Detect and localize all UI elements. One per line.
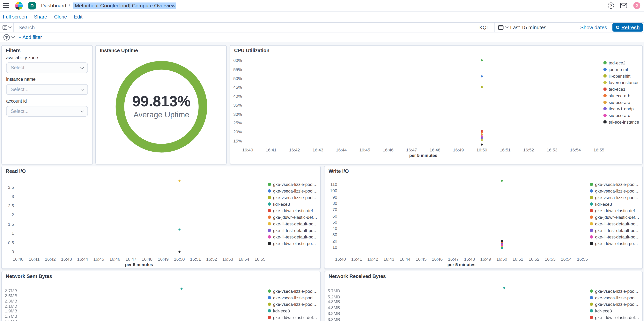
x-tick-label: 16:40: [13, 256, 23, 262]
legend-item[interactable]: gke-vseca-lizzie-pool-1-630…: [590, 301, 640, 308]
legend-item[interactable]: gke-vseca-lizzie-pool-1-630…: [590, 194, 640, 201]
legend-item[interactable]: gke-jddwr-elastic-pool-3-74…: [268, 240, 318, 247]
legend-item[interactable]: gke-lil-test-default-pool-c1e…: [590, 227, 640, 234]
legend-item[interactable]: gke-lil-test-default-pool-c1e…: [268, 227, 318, 234]
field-label: account id: [6, 98, 88, 103]
panel-title[interactable]: Instance Uptime: [100, 48, 138, 54]
y-tick-label: 3.3MB: [328, 317, 340, 321]
availability-zone-select[interactable]: Select...: [6, 62, 88, 73]
legend-item[interactable]: tlee-w1-endpoint: [603, 106, 640, 112]
y-tick-label: 70: [332, 207, 337, 212]
legend-item[interactable]: siu-ece-a-c: [603, 112, 640, 119]
select-placeholder: Select...: [11, 87, 28, 92]
legend-item[interactable]: siu-ece-a-a: [603, 99, 640, 106]
panel-network-sent-bytes: Network Sent Bytes 1.5MB1.7MB1.9MB2.1MB2…: [1, 271, 321, 321]
mail-icon[interactable]: [620, 3, 627, 8]
legend-swatch-icon: [590, 309, 593, 312]
refresh-button[interactable]: ↻ Refresh: [612, 23, 643, 32]
legend-item[interactable]: kdr-ece3: [590, 308, 640, 314]
legend-item[interactable]: gke-vseca-lizzie-pool-1-c417…: [590, 188, 640, 194]
account-id-select[interactable]: Select...: [6, 106, 88, 116]
legend-item[interactable]: ted-ece2: [603, 60, 640, 66]
legend-item[interactable]: gke-lil-test-default-pool-c1e…: [590, 220, 640, 227]
legend-item[interactable]: gke-vseca-lizzie-pool-1-1877…: [268, 288, 318, 294]
breadcrumb: Dashboard / [Metricbeat Googlecloud] Com…: [41, 2, 176, 9]
y-tick-label: 3: [12, 194, 14, 199]
legend-item[interactable]: gke-jddwr-elastic-default-po…: [268, 314, 318, 320]
legend-swatch-icon: [268, 242, 271, 245]
legend-item[interactable]: gke-lil-test-default-pool-c1e…: [590, 234, 640, 240]
legend-item[interactable]: gke-lil-test-default-pool-c1e…: [268, 220, 318, 227]
breadcrumb-dashboard-link[interactable]: Dashboard: [41, 3, 66, 8]
data-point: [501, 180, 503, 182]
legend-item[interactable]: gke-vseca-lizzie-pool-1-1877…: [590, 288, 640, 294]
share-link[interactable]: Share: [34, 14, 47, 20]
y-tick-label: 1.5: [8, 222, 14, 226]
panel-title[interactable]: Filters: [6, 48, 21, 54]
clone-link[interactable]: Clone: [54, 14, 67, 20]
x-axis-title: per 5 minutes: [340, 262, 582, 267]
x-tick-label: 16:53: [547, 147, 557, 152]
legend-item[interactable]: sri-ece-instance: [603, 119, 640, 125]
add-filter-button[interactable]: + Add filter: [18, 34, 42, 40]
space-badge[interactable]: D: [28, 2, 36, 9]
time-range-value[interactable]: Last 15 minutes: [510, 24, 546, 30]
legend-item[interactable]: gke-vseca-lizzie-pool-1-1877…: [268, 181, 318, 188]
show-dates-link[interactable]: Show dates: [580, 24, 607, 30]
uptime-label: Average Uptime: [134, 110, 190, 119]
legend-swatch-icon: [590, 242, 593, 245]
legend-label: gke-jddwr-elastic-default-po…: [273, 208, 318, 213]
legend-item[interactable]: gke-vseca-lizzie-pool-1-630…: [268, 194, 318, 201]
legend-item[interactable]: ted-ece1: [603, 86, 640, 92]
chevron-down-icon[interactable]: [12, 35, 15, 38]
legend-label: tlee-w1-endpoint: [609, 106, 640, 111]
legend-item[interactable]: gke-vseca-lizzie-pool-1-630…: [268, 301, 318, 308]
network-sent-chart: 1.5MB1.7MB1.9MB2.1MB2.3MB2.5MB2.7MB 16:4…: [2, 271, 320, 321]
legend-item[interactable]: gke-jddwr-elastic-default-po…: [590, 214, 640, 220]
y-tick-label: 2: [12, 212, 14, 217]
legend-item[interactable]: gke-vseca-lizzie-pool-1-c417…: [268, 188, 318, 194]
plot-area: [344, 291, 584, 320]
date-picker[interactable]: Last 15 minutes Show dates: [494, 22, 611, 32]
legend-swatch-icon: [268, 202, 271, 206]
help-icon[interactable]: [608, 2, 614, 9]
legend-label: ted-ece2: [609, 60, 626, 65]
legend-item[interactable]: gke-jddwr-elastic-pool-3-74…: [590, 240, 640, 247]
legend-label: kdr-ece3: [595, 308, 612, 313]
edit-link[interactable]: Edit: [74, 14, 82, 20]
legend-item[interactable]: joe-mb-ml: [603, 66, 640, 73]
filter-icon[interactable]: [3, 34, 10, 40]
query-language-button[interactable]: KQL: [474, 22, 494, 32]
legend-item[interactable]: kdr-ece3: [268, 308, 318, 314]
legend-swatch-icon: [268, 222, 271, 226]
legend-item[interactable]: gke-jddwr-elastic-default-po…: [590, 314, 640, 320]
legend-item[interactable]: gke-vseca-lizzie-pool-1-c417…: [590, 294, 640, 301]
y-tick-label: 2.3MB: [5, 298, 17, 303]
legend-label: kdr-ece3: [273, 308, 290, 313]
user-avatar[interactable]: 2: [633, 2, 640, 9]
menu-icon[interactable]: [3, 2, 10, 9]
y-tick-label: 1.9MB: [5, 308, 17, 314]
x-axis-title: per 5 minutes: [18, 262, 260, 267]
legend-item[interactable]: kdr-ece3: [590, 201, 640, 207]
legend-item[interactable]: favero-instance: [603, 79, 640, 86]
instance-name-select[interactable]: Select...: [6, 84, 88, 95]
legend-item[interactable]: gke-jddwr-elastic-default-po…: [590, 207, 640, 214]
legend-item[interactable]: lil-openshift: [603, 72, 640, 79]
data-point: [481, 139, 483, 141]
y-tick-label: 5.2MB: [328, 294, 340, 299]
legend-item[interactable]: gke-jddwr-elastic-default-po…: [268, 207, 318, 214]
full-screen-link[interactable]: Full screen: [3, 14, 27, 20]
y-tick-label: 30%: [233, 112, 242, 116]
legend-item[interactable]: kdr-ece3: [268, 201, 318, 207]
legend-item[interactable]: gke-vseca-lizzie-pool-1-c417…: [268, 294, 318, 301]
legend-item[interactable]: siu-ece-a-b: [603, 92, 640, 99]
legend-item[interactable]: gke-jddwr-elastic-default-po…: [268, 214, 318, 220]
search-input[interactable]: [18, 24, 470, 30]
legend-item[interactable]: gke-lil-test-default-pool-c1e…: [268, 234, 318, 240]
y-tick-label: 40: [332, 226, 337, 231]
saved-query-menu-button[interactable]: [0, 22, 14, 32]
x-tick-label: 16:55: [577, 256, 588, 262]
elastic-logo-icon[interactable]: [15, 1, 23, 10]
legend-item[interactable]: gke-vseca-lizzie-pool-1-1877…: [590, 181, 640, 188]
